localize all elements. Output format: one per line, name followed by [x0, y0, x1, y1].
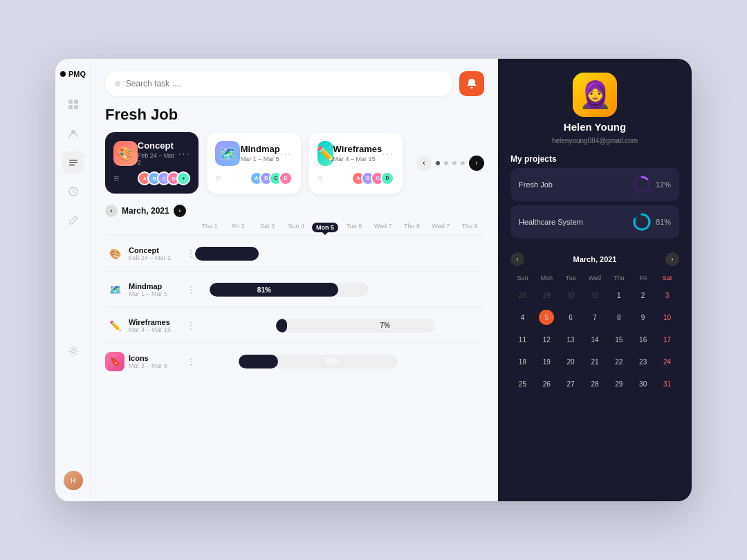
dot-1[interactable]: [436, 161, 440, 165]
cal-day-17[interactable]: 17: [655, 328, 679, 351]
avatar-group-wireframes: A B C D: [356, 171, 394, 185]
cal-day-15[interactable]: 15: [607, 328, 631, 351]
search-input[interactable]: [126, 79, 443, 88]
bar-area-icons: 25%: [195, 344, 484, 379]
sidebar-item-pen[interactable]: [62, 209, 84, 232]
card-icon-mindmap: 🗺️: [215, 141, 240, 166]
projects-section: My projects Fresh Job 12% Healthcare Sys…: [510, 154, 679, 243]
date-tue6: Tue 6: [340, 223, 369, 232]
project-healthcare-pct: 81%: [656, 218, 671, 226]
cal-day-22[interactable]: 22: [607, 351, 631, 373]
cal-day-27[interactable]: 27: [559, 373, 583, 395]
cal-next[interactable]: ›: [665, 252, 679, 266]
date-sat3: Sat 3: [253, 223, 282, 232]
carousel-nav: ‹ ›: [416, 156, 484, 171]
sidebar-item-dashboard[interactable]: [62, 93, 84, 115]
date-wed7: Wed 7: [369, 223, 398, 232]
dot-4[interactable]: [461, 161, 465, 165]
svg-rect-1: [74, 100, 78, 104]
card-more-concept[interactable]: ···: [178, 148, 191, 159]
cal-day-8[interactable]: 8: [607, 306, 631, 328]
cal-day-19[interactable]: 19: [535, 351, 559, 373]
cal-day-24[interactable]: 24: [655, 351, 679, 373]
cal-day-6[interactable]: 6: [559, 306, 583, 328]
card-more-mindmap[interactable]: ···: [280, 148, 293, 159]
card-more-wireframes[interactable]: ···: [382, 148, 394, 159]
cal-day-1[interactable]: 1: [607, 284, 631, 306]
cal-day-10[interactable]: 10: [655, 306, 679, 328]
calendar-grid: Sun Mon Tue Wed Thu Fri Sat 28 29: [510, 272, 679, 395]
cal-day-13[interactable]: 13: [559, 328, 583, 351]
cal-day-7[interactable]: 7: [583, 306, 607, 328]
project-healthcare[interactable]: Healthcare System 81%: [510, 205, 679, 239]
cal-day-28[interactable]: 28: [583, 373, 607, 395]
project-healthcare-progress: 81%: [632, 212, 671, 232]
calendar-header: ‹ March, 2021 ›: [510, 252, 679, 266]
cal-day-2[interactable]: 2: [631, 284, 655, 306]
cal-day-18[interactable]: 18: [510, 351, 535, 373]
task-more-icons[interactable]: ⋮: [187, 357, 195, 366]
project-freshjob[interactable]: Fresh Job 12%: [510, 168, 679, 201]
cal-day-31p[interactable]: 31: [583, 284, 607, 306]
cal-day-12[interactable]: 12: [535, 328, 559, 351]
cal-day-29[interactable]: 29: [607, 373, 631, 395]
bar-area-wireframes: 7%: [195, 308, 484, 343]
card-icon-wireframes: ✏️: [317, 141, 333, 166]
cal-day-31[interactable]: 31: [655, 373, 679, 395]
sidebar-item-settings[interactable]: [62, 340, 84, 362]
cal-day-9[interactable]: 9: [631, 306, 655, 328]
card-concept: 🎨 Concept Feb 24 – Mar 2 ··· ≡ A B C: [105, 132, 199, 194]
card-mindmap: 🗺️ Mindmap Mar 1 – Mar 5 ··· ≡ A B C: [207, 133, 300, 194]
month-next[interactable]: ›: [174, 205, 186, 217]
cal-day-3[interactable]: 3: [655, 284, 679, 306]
project-freshjob-pct: 12%: [656, 180, 671, 189]
sidebar-item-clock[interactable]: [62, 180, 84, 203]
sidebar-item-tasks[interactable]: [62, 151, 84, 174]
notification-button[interactable]: [459, 71, 484, 96]
cal-day-30[interactable]: 30: [631, 373, 655, 395]
cal-day-16[interactable]: 16: [631, 328, 655, 351]
month-prev[interactable]: ‹: [105, 205, 118, 217]
cal-day-11[interactable]: 11: [510, 328, 535, 351]
sidebar-avatar[interactable]: H: [64, 471, 83, 490]
task-info-icons: 🔖 Icons Mar 3 – Mar 8 ⋮: [105, 352, 195, 371]
date-sun4: Sun 4: [282, 223, 311, 232]
task-icon-mindmap: 🗺️: [105, 280, 124, 299]
cal-day-5[interactable]: 5: [535, 306, 559, 328]
gantt-dates-row: Thu 1 Fri 2 Sat 3 Sun 4 Mon 5 Tue 6 Wed …: [195, 223, 484, 232]
bar-concept: [195, 247, 259, 261]
cal-day-14[interactable]: 14: [583, 328, 607, 351]
topbar: [105, 71, 484, 96]
task-more-concept[interactable]: ⋮: [187, 249, 195, 259]
project-freshjob-progress: 12%: [632, 175, 671, 194]
dot-3[interactable]: [452, 161, 456, 165]
bar-mindmap-label: 81%: [257, 286, 271, 293]
cal-day-29p[interactable]: 29: [535, 284, 559, 306]
avatar-5: +: [176, 171, 190, 185]
carousel-next[interactable]: ›: [469, 156, 484, 171]
dot-2[interactable]: [444, 161, 448, 165]
cal-day-4[interactable]: 4: [510, 306, 535, 328]
cal-th-thu: Thu: [607, 272, 631, 284]
left-panel: PMQ: [55, 59, 498, 501]
sidebar-item-user[interactable]: [62, 122, 84, 144]
carousel-prev[interactable]: ‹: [416, 156, 432, 171]
task-more-mindmap[interactable]: ⋮: [187, 285, 195, 295]
cal-day-20[interactable]: 20: [559, 351, 583, 373]
cal-day-21[interactable]: 21: [583, 351, 607, 373]
cards-section: 🎨 Concept Feb 24 – Mar 2 ··· ≡ A B C: [105, 132, 484, 194]
date-fri2: Fri 2: [224, 223, 253, 232]
cal-day-25[interactable]: 25: [510, 373, 535, 395]
cal-prev[interactable]: ‹: [510, 252, 524, 266]
cal-day-30p[interactable]: 30: [559, 284, 583, 306]
main-content: Fresh Job 🎨 Concept Feb 24 – Mar 2 ··· ≡: [91, 59, 498, 501]
project-freshjob-name: Fresh Job: [519, 180, 553, 189]
cal-day-23[interactable]: 23: [631, 351, 655, 373]
cal-day-26[interactable]: 26: [535, 373, 559, 395]
cal-day-28p[interactable]: 28: [510, 284, 535, 306]
sidebar: PMQ: [55, 59, 91, 501]
task-date-mindmap: Mar 1 – Mar 5: [129, 290, 167, 297]
task-more-wireframes[interactable]: ⋮: [187, 321, 195, 330]
avatar-m4: D: [279, 171, 293, 185]
ring-freshjob: [632, 175, 652, 194]
